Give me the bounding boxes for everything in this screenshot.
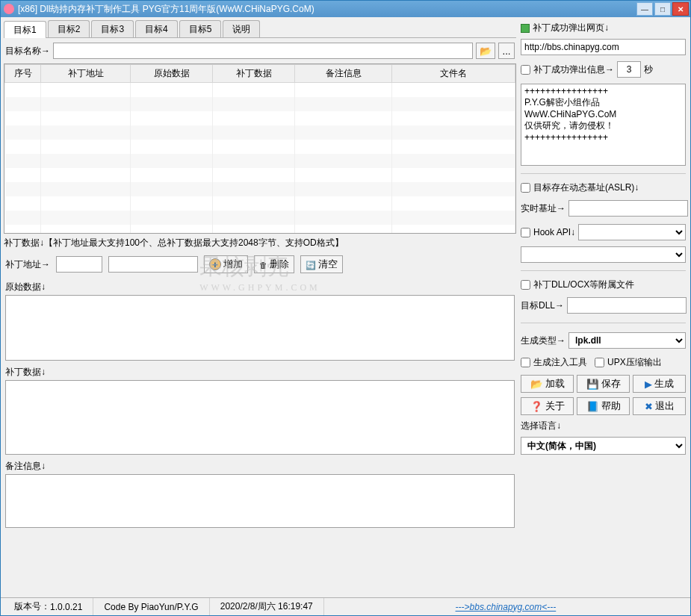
folder-icon bbox=[480, 46, 492, 57]
patch-data-hint: 补丁数据↓【补丁地址最大支持100个、总补丁数据最大支持2048字节、支持OD格… bbox=[4, 237, 515, 249]
col-patch[interactable]: 补丁数据 bbox=[213, 65, 295, 83]
hook-api-checkbox[interactable] bbox=[521, 228, 530, 237]
popup-info-checkbox[interactable] bbox=[521, 65, 530, 75]
table-row[interactable] bbox=[5, 154, 515, 168]
footer-link[interactable]: --->bbs.chinapyg.com<--- bbox=[324, 602, 687, 612]
target-tabs: 目标1 目标2 目标3 目标4 目标5 说明 bbox=[4, 20, 516, 38]
patch-data-textarea[interactable] bbox=[5, 380, 515, 455]
tab-target-4[interactable]: 目标4 bbox=[135, 20, 178, 37]
target-name-label: 目标名称→ bbox=[5, 45, 50, 57]
realtime-base-label: 实时基址→ bbox=[521, 202, 565, 215]
table-row[interactable] bbox=[5, 97, 515, 111]
popup-info-textarea[interactable]: ++++++++++++++++ P.Y.G解密小组作品 WwW.CHiNaPY… bbox=[521, 84, 686, 166]
popup-url-input[interactable] bbox=[521, 39, 686, 55]
gen-inject-checkbox[interactable] bbox=[521, 358, 530, 367]
maximize-button[interactable]: □ bbox=[654, 2, 671, 16]
trash-icon bbox=[259, 259, 267, 270]
play-icon bbox=[645, 379, 652, 390]
save-icon bbox=[586, 379, 599, 390]
patch-addr-input2[interactable] bbox=[108, 256, 198, 273]
statusbar: 版本号：1.0.0.21 Code By PiaoYun/P.Y.G 2020/… bbox=[1, 597, 690, 615]
version-label: 版本号： bbox=[14, 600, 50, 613]
hook-api-select2[interactable] bbox=[521, 246, 686, 263]
delete-button[interactable]: 删除 bbox=[254, 255, 294, 273]
folder-icon bbox=[530, 379, 543, 390]
gen-type-label: 生成类型→ bbox=[521, 335, 565, 347]
original-data-label: 原始数据↓ bbox=[5, 281, 515, 293]
more-button[interactable]: ... bbox=[498, 43, 515, 59]
seconds-input[interactable] bbox=[617, 61, 641, 78]
patch-addr-input[interactable] bbox=[56, 256, 102, 273]
tab-target-1[interactable]: 目标1 bbox=[4, 21, 46, 38]
target-dll-input[interactable] bbox=[567, 297, 687, 314]
about-button[interactable]: 关于 bbox=[521, 397, 574, 415]
language-select[interactable]: 中文(简体，中国) bbox=[521, 437, 686, 455]
table-row[interactable] bbox=[5, 168, 515, 182]
table-row[interactable] bbox=[5, 182, 515, 196]
upx-label: UPX压缩输出 bbox=[607, 356, 662, 369]
clear-button[interactable]: 清空 bbox=[300, 255, 343, 273]
tab-target-3[interactable]: 目标3 bbox=[91, 20, 134, 37]
col-addr[interactable]: 补丁地址 bbox=[41, 65, 131, 83]
upx-checkbox[interactable] bbox=[595, 358, 604, 367]
question-icon bbox=[530, 401, 543, 412]
app-icon bbox=[4, 4, 14, 14]
hook-api-select[interactable] bbox=[578, 224, 686, 240]
help-button[interactable]: 帮助 bbox=[577, 397, 630, 415]
table-row[interactable] bbox=[5, 225, 515, 234]
version-value: 1.0.0.21 bbox=[50, 602, 82, 612]
remark-label: 备注信息↓ bbox=[5, 460, 515, 473]
hook-api-label: Hook API↓ bbox=[533, 227, 575, 237]
aslr-checkbox[interactable] bbox=[521, 183, 530, 193]
original-data-textarea[interactable] bbox=[5, 295, 515, 361]
table-row[interactable] bbox=[5, 211, 515, 225]
popup-web-checkbox[interactable] bbox=[521, 24, 530, 33]
patch-addr-label: 补丁地址→ bbox=[5, 258, 50, 271]
exit-button[interactable]: 退出 bbox=[633, 397, 686, 415]
lang-label: 选择语言↓ bbox=[521, 420, 686, 432]
patch-data-label: 补丁数据↓ bbox=[5, 366, 515, 379]
col-filename[interactable]: 文件名 bbox=[392, 65, 515, 83]
table-row[interactable] bbox=[5, 111, 515, 125]
target-name-input[interactable] bbox=[53, 43, 473, 59]
col-remark[interactable]: 备注信息 bbox=[295, 65, 392, 83]
target-dll-label: 目标DLL→ bbox=[521, 299, 564, 312]
table-row[interactable] bbox=[5, 125, 515, 140]
seconds-suffix: 秒 bbox=[644, 63, 653, 76]
col-original[interactable]: 原始数据 bbox=[131, 65, 213, 83]
dll-ocx-label: 补丁DLL/OCX等附属文件 bbox=[533, 279, 634, 291]
book-icon bbox=[586, 401, 599, 412]
refresh-icon bbox=[306, 259, 316, 270]
minimize-button[interactable]: — bbox=[636, 2, 653, 16]
gen-type-select[interactable]: lpk.dll bbox=[568, 332, 686, 349]
table-row[interactable] bbox=[5, 140, 515, 154]
tab-target-5[interactable]: 目标5 bbox=[179, 20, 222, 37]
table-row[interactable] bbox=[5, 83, 515, 97]
datetime: 2020/2/8/周六 16:19:47 bbox=[210, 598, 324, 615]
code-by: Code By PiaoYun/P.Y.G bbox=[93, 598, 209, 615]
popup-info-label: 补丁成功弹出信息→ bbox=[533, 63, 614, 76]
popup-web-label: 补丁成功弹出网页↓ bbox=[533, 22, 609, 34]
generate-button[interactable]: 生成 bbox=[633, 375, 686, 393]
plus-icon bbox=[209, 258, 221, 270]
titlebar: [x86] Dll劫持内存补丁制作工具 PYG官方11周年版(WwW.CHiNa… bbox=[1, 1, 690, 17]
col-index[interactable]: 序号 bbox=[5, 65, 41, 83]
close-button[interactable]: ✕ bbox=[672, 2, 689, 16]
tab-target-2[interactable]: 目标2 bbox=[48, 20, 90, 37]
gen-inject-label: 生成注入工具 bbox=[533, 356, 587, 369]
table-row[interactable] bbox=[5, 196, 515, 211]
remark-textarea[interactable] bbox=[5, 474, 515, 528]
aslr-label: 目标存在动态基址(ASLR)↓ bbox=[533, 181, 639, 194]
load-button[interactable]: 加载 bbox=[521, 375, 574, 393]
save-button[interactable]: 保存 bbox=[577, 375, 630, 393]
dll-ocx-checkbox[interactable] bbox=[521, 280, 530, 290]
x-icon bbox=[645, 401, 653, 412]
realtime-base-input[interactable] bbox=[568, 200, 688, 217]
browse-button[interactable] bbox=[476, 43, 495, 59]
add-button[interactable]: 增加 bbox=[204, 255, 248, 273]
patch-grid[interactable]: 序号 补丁地址 原始数据 补丁数据 备注信息 文件名 bbox=[4, 63, 516, 234]
tab-readme[interactable]: 说明 bbox=[223, 20, 260, 37]
window-title: [x86] Dll劫持内存补丁制作工具 PYG官方11周年版(WwW.CHiNa… bbox=[18, 3, 636, 16]
